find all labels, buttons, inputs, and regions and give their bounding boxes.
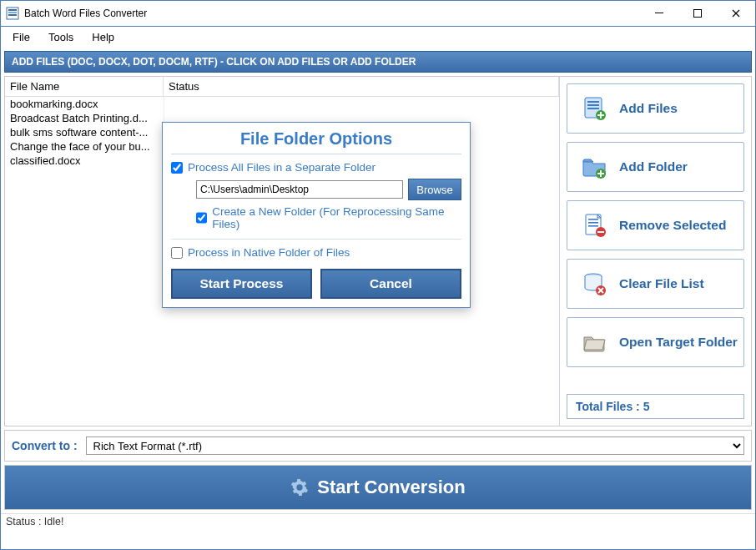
svg-rect-5 (694, 10, 702, 18)
add-folder-icon (579, 152, 609, 182)
grid-header: File Name Status (5, 77, 559, 97)
convert-row: Convert to : Rich Text Format (*.rtf) (4, 430, 752, 462)
sidebar: Add Files Add Folder Remove Selected Cle… (559, 77, 751, 426)
start-conversion-label: Start Conversion (317, 477, 465, 498)
svg-rect-2 (8, 12, 17, 13)
svg-rect-12 (597, 114, 604, 116)
menu-help[interactable]: Help (83, 29, 123, 45)
label-process-separate: Process All Files in a Separate Folder (188, 161, 375, 174)
checkbox-process-separate[interactable] (171, 162, 183, 174)
opt-create-new[interactable]: Create a New Folder (For Reprocessing Sa… (196, 205, 461, 230)
clear-file-list-button[interactable]: Clear File List (567, 259, 744, 309)
file-grid: File Name Status bookmarking.docx Broadc… (5, 77, 559, 426)
clear-list-label: Clear File List (619, 276, 704, 291)
svg-rect-15 (597, 173, 604, 174)
instruction-strip: ADD FILES (DOC, DOCX, DOT, DOCM, RTF) - … (4, 51, 752, 73)
app-icon (6, 7, 19, 20)
maximize-button[interactable] (678, 1, 717, 26)
convert-format-select[interactable]: Rich Text Format (*.rtf) (86, 436, 744, 455)
svg-rect-4 (655, 13, 663, 13)
title-bar: Batch Word Files Converter (1, 1, 755, 26)
file-folder-options-dialog: File Folder Options Process All Files in… (162, 122, 471, 308)
svg-rect-1 (8, 9, 17, 11)
add-folder-label: Add Folder (619, 159, 688, 174)
remove-selected-label: Remove Selected (619, 218, 726, 233)
convert-to-label: Convert to : (12, 439, 78, 452)
window-controls (640, 1, 755, 26)
remove-selected-icon (579, 210, 609, 240)
total-files-text: Total Files : 5 (576, 400, 649, 413)
checkbox-process-native[interactable] (171, 247, 183, 259)
total-files-box: Total Files : 5 (567, 394, 744, 419)
minimize-button[interactable] (640, 1, 678, 26)
status-text: Status : Idle! (6, 516, 63, 527)
clear-list-icon (579, 269, 609, 299)
col-file-name[interactable]: File Name (5, 77, 164, 96)
path-row: Browse (196, 179, 461, 200)
menu-bar: File Tools Help (1, 26, 755, 48)
open-target-label: Open Target Folder (619, 335, 738, 350)
add-files-button[interactable]: Add Files (567, 83, 744, 134)
add-files-icon (579, 93, 609, 124)
svg-rect-21 (597, 231, 604, 233)
menu-tools[interactable]: Tools (40, 29, 82, 45)
start-conversion-bar: Start Conversion (4, 465, 752, 510)
open-folder-icon (579, 327, 609, 357)
checkbox-create-new[interactable] (196, 212, 207, 224)
start-process-button[interactable]: Start Process (171, 269, 312, 299)
start-conversion-button[interactable]: Start Conversion (5, 466, 751, 509)
table-row[interactable]: bookmarking.docx (5, 97, 559, 111)
col-status[interactable]: Status (164, 77, 559, 96)
gear-icon (290, 478, 309, 497)
add-folder-button[interactable]: Add Folder (567, 142, 744, 192)
close-button[interactable] (717, 1, 755, 26)
svg-rect-7 (587, 101, 599, 103)
main-region: File Name Status bookmarking.docx Broadc… (4, 76, 752, 426)
instruction-text: ADD FILES (DOC, DOCX, DOT, DOCM, RTF) - … (12, 56, 416, 68)
label-create-new: Create a New Folder (For Reprocessing Sa… (212, 205, 461, 230)
path-input[interactable] (196, 180, 403, 199)
svg-rect-19 (588, 225, 598, 227)
open-target-folder-button[interactable]: Open Target Folder (567, 317, 744, 367)
svg-rect-18 (588, 222, 598, 224)
cancel-button[interactable]: Cancel (320, 269, 461, 299)
svg-rect-8 (587, 104, 599, 106)
status-bar: Status : Idle! (1, 513, 755, 532)
opt-process-separate[interactable]: Process All Files in a Separate Folder (171, 161, 461, 174)
browse-button[interactable]: Browse (408, 179, 461, 200)
add-files-label: Add Files (619, 101, 678, 116)
label-process-native: Process in Native Folder of Files (188, 246, 350, 259)
window-title: Batch Word Files Converter (24, 8, 147, 19)
svg-rect-17 (588, 219, 598, 220)
opt-process-native[interactable]: Process in Native Folder of Files (171, 246, 461, 259)
dialog-title: File Folder Options (171, 129, 461, 149)
svg-rect-9 (587, 108, 599, 109)
remove-selected-button[interactable]: Remove Selected (567, 200, 744, 250)
svg-rect-3 (8, 14, 17, 16)
menu-file[interactable]: File (4, 29, 38, 45)
